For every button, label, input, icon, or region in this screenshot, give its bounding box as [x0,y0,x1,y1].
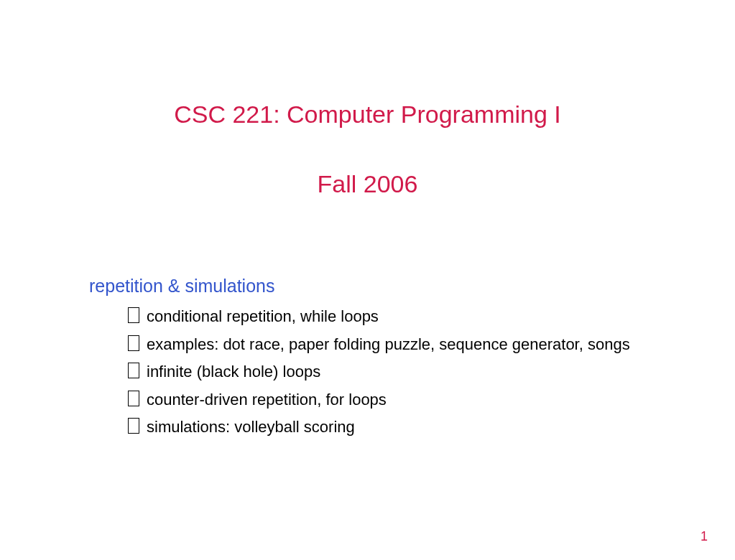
bullet-icon [128,307,139,323]
bullet-text: conditional repetition, while loops [147,307,379,327]
list-item: examples: dot race, paper folding puzzle… [89,335,692,355]
bullet-text: counter-driven repetition, for loops [147,390,387,411]
slide: CSC 221: Computer Programming I Fall 200… [0,0,735,560]
course-title: CSC 221: Computer Programming I [0,101,735,129]
bullet-icon [128,391,139,406]
bullet-text: simulations: volleyball scoring [147,417,355,438]
section-heading: repetition & simulations [89,276,692,297]
list-item: counter-driven repetition, for loops [89,390,692,411]
list-item: conditional repetition, while loops [89,307,692,327]
list-item: infinite (black hole) loops [89,362,692,383]
bullet-icon [128,363,139,378]
bullet-text: infinite (black hole) loops [147,362,320,383]
bullet-icon [128,335,139,351]
title-block: CSC 221: Computer Programming I Fall 200… [0,0,735,198]
bullet-text: examples: dot race, paper folding puzzle… [147,335,630,355]
content-area: repetition & simulations conditional rep… [0,276,735,438]
bullet-icon [128,418,139,434]
list-item: simulations: volleyball scoring [89,417,692,438]
course-term: Fall 2006 [0,170,735,198]
page-number: 1 [701,529,708,544]
